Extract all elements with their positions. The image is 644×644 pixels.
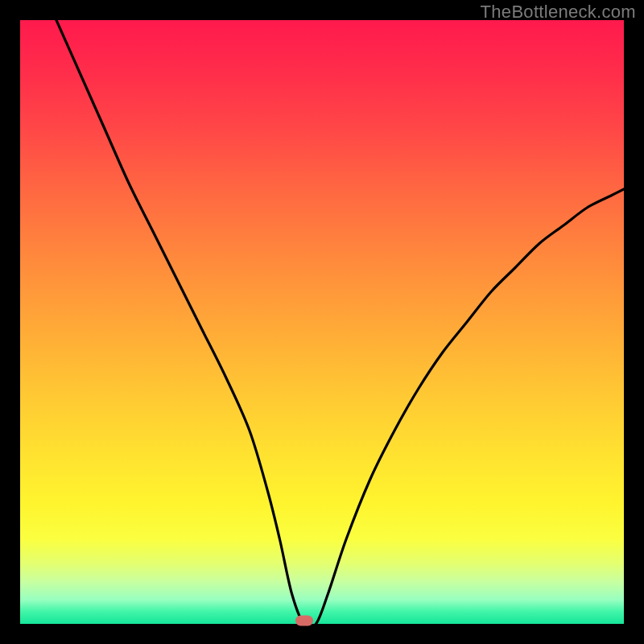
curve-svg (20, 20, 624, 624)
bottleneck-curve (56, 20, 624, 624)
plot-area (20, 20, 624, 624)
chart-frame: TheBottleneck.com (0, 0, 644, 644)
optimum-marker (295, 616, 313, 626)
